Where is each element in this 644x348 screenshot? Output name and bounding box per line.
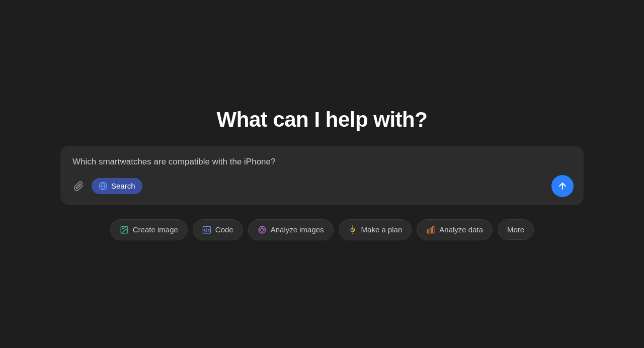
create-image-icon: [120, 225, 129, 234]
create-image-button[interactable]: Create image: [110, 219, 188, 240]
search-toolbar: Search: [70, 175, 574, 197]
analyze-images-button[interactable]: Analyze images: [248, 219, 334, 240]
action-buttons: Create image Code Analyze images: [110, 219, 534, 240]
more-label: More: [507, 225, 524, 234]
make-plan-button[interactable]: Make a plan: [339, 219, 412, 240]
create-image-label: Create image: [133, 225, 178, 234]
svg-rect-20: [433, 226, 434, 233]
globe-icon: [99, 182, 108, 191]
analyze-data-icon: [426, 225, 435, 234]
paperclip-icon: [73, 181, 84, 192]
make-plan-label: Make a plan: [361, 225, 403, 234]
analyze-data-label: Analyze data: [439, 225, 483, 234]
code-label: Code: [215, 225, 233, 234]
search-input-text[interactable]: Which smartwatches are compatible with t…: [70, 156, 574, 168]
toolbar-left: Search: [70, 178, 142, 194]
svg-rect-18: [428, 230, 429, 233]
search-pill-button[interactable]: Search: [92, 178, 142, 194]
code-icon: [202, 225, 211, 234]
search-pill-label: Search: [111, 182, 135, 190]
analyze-data-button[interactable]: Analyze data: [417, 219, 493, 240]
page-headline: What can I help with?: [217, 108, 428, 132]
svg-point-4: [122, 228, 123, 229]
svg-point-9: [261, 228, 264, 231]
svg-rect-19: [430, 228, 432, 233]
send-button[interactable]: [551, 175, 574, 197]
main-container: What can I help with? Which smartwatches…: [0, 108, 644, 240]
analyze-images-icon: [258, 225, 267, 234]
search-box: Which smartwatches are compatible with t…: [60, 146, 584, 205]
analyze-images-label: Analyze images: [271, 225, 324, 234]
attach-button[interactable]: [70, 178, 87, 194]
more-button[interactable]: More: [498, 219, 534, 240]
send-icon: [557, 181, 568, 191]
code-button[interactable]: Code: [193, 219, 243, 240]
make-plan-icon: [348, 225, 357, 234]
